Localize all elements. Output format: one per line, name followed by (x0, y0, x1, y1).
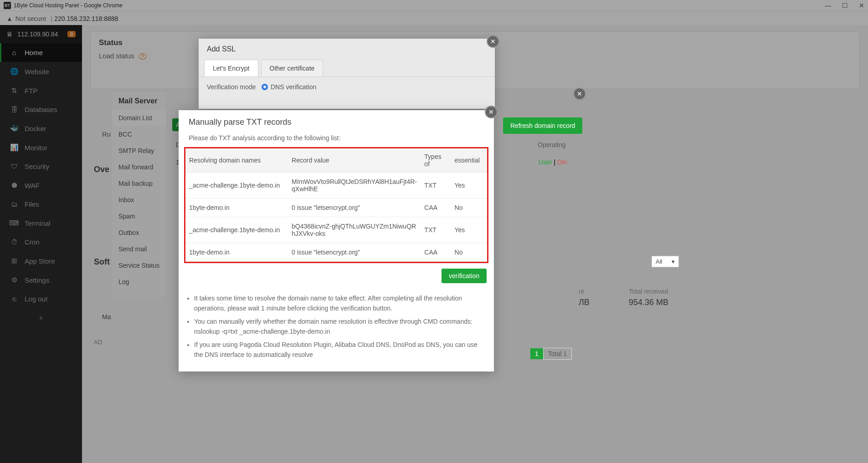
dns-verification-radio[interactable] (262, 84, 268, 90)
txt-notes: It takes some time to resolve the domain… (179, 289, 494, 371)
background-modal-close-icon[interactable]: ✕ (573, 87, 586, 100)
dns-verification-label: DNS verification (271, 83, 316, 91)
page-total: Total 1 (543, 348, 572, 360)
stat-nt: ntЛB (579, 288, 590, 307)
cell-value: 0 issue "letsencrypt.org" (288, 198, 421, 217)
dns-table: Resolving domain names Record value Type… (185, 148, 487, 262)
add-ssl-modal: Add SSL Let's Encrypt Other certificate … (199, 39, 495, 109)
cell-domain: 1byte-demo.in (185, 198, 288, 217)
cell-value: bQ4368icvnZ-ghjQThLuWGUYZm1NiwuQRhJXVkv-… (288, 217, 421, 243)
tab-other-certificate[interactable]: Other certificate (261, 60, 324, 76)
cell-type: CAA (421, 243, 451, 262)
cell-type: CAA (421, 198, 451, 217)
refresh-domain-button[interactable]: Refresh domain record (503, 117, 582, 134)
page-1[interactable]: 1 (530, 348, 543, 359)
cell-domain: _acme-challenge.1byte-demo.in (185, 217, 288, 243)
operating-row: User | Del (539, 158, 567, 166)
cell-essential: Yes (451, 173, 487, 198)
cell-value: 0 issue "letsencrypt.org" (288, 243, 421, 262)
all-dropdown[interactable]: All▾ (652, 256, 679, 267)
txt-records-modal: Manually parse TXT records Please do TXT… (179, 110, 494, 371)
col-domain: Resolving domain names (185, 148, 288, 173)
stat-total-received: Total received954.36 MB (629, 288, 668, 307)
table-row: 1byte-demo.in0 issue "letsencrypt.org"CA… (185, 243, 487, 262)
verification-mode-label: Verification mode (207, 83, 262, 91)
col-value: Record value (288, 148, 421, 173)
cell-value: MImWovVto9RullQtJeDSRhYAl8H1auFjt4R-qXwH… (288, 173, 421, 198)
add-ssl-close-icon[interactable]: ✕ (487, 35, 499, 48)
cell-essential: No (451, 243, 487, 262)
pager: 1 Total 1 (530, 348, 572, 360)
col-essential: essential (451, 148, 487, 173)
table-row: _acme-challenge.1byte-demo.inMImWovVto9R… (185, 173, 487, 198)
cell-type: TXT (421, 173, 451, 198)
note-item: It takes some time to resolve the domain… (194, 293, 485, 314)
cell-essential: No (451, 198, 487, 217)
cell-domain: 1byte-demo.in (185, 243, 288, 262)
add-ssl-title: Add SSL (199, 39, 495, 60)
cell-domain: _acme-challenge.1byte-demo.in (185, 173, 288, 198)
chevron-down-icon: ▾ (672, 258, 675, 265)
note-item: You can manually verify whether the doma… (194, 316, 485, 337)
operating-header: Operating (538, 141, 565, 148)
txt-modal-close-icon[interactable]: ✕ (485, 106, 498, 118)
verification-button[interactable]: verification (442, 269, 487, 283)
tab-lets-encrypt[interactable]: Let's Encrypt (204, 60, 258, 76)
dns-table-highlight: Resolving domain names Record value Type… (184, 147, 488, 263)
table-row: 1byte-demo.in0 issue "letsencrypt.org"CA… (185, 198, 487, 217)
table-row: _acme-challenge.1byte-demo.inbQ4368icvnZ… (185, 217, 487, 243)
col-type: Types of (421, 148, 451, 173)
txt-modal-title: Manually parse TXT records (179, 110, 494, 131)
del-link[interactable]: Del (557, 158, 567, 166)
note-item: If you are using Pagoda Cloud Resolution… (194, 340, 485, 360)
user-link[interactable]: User (539, 158, 552, 166)
txt-modal-subtitle: Please do TXT analysis according to the … (179, 131, 494, 147)
cell-essential: Yes (451, 217, 487, 243)
cell-type: TXT (421, 217, 451, 243)
